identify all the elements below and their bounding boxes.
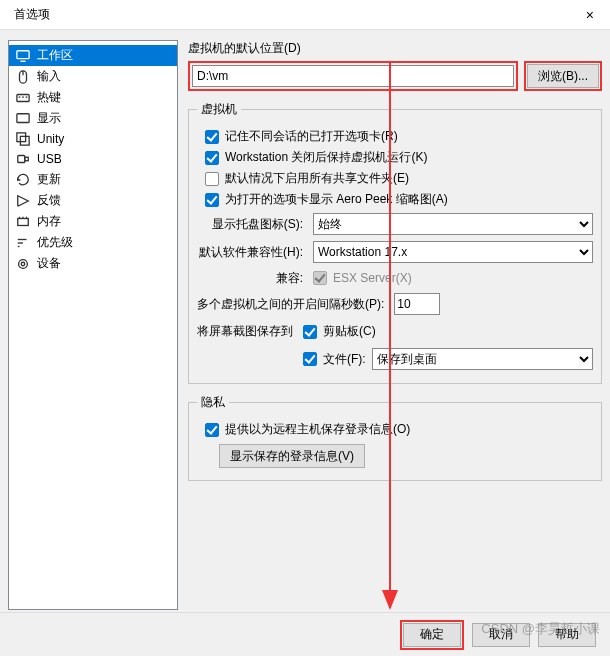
svg-rect-4 [17,94,29,101]
compat-select[interactable]: Workstation 17.x [313,241,593,263]
svg-rect-12 [25,157,29,161]
save-login-label: 提供以为远程主机保存登录信息(O) [225,421,410,438]
tray-select[interactable]: 始终 [313,213,593,235]
delay-spinner[interactable] [394,293,440,315]
sidebar-item-label: 反馈 [37,192,61,209]
svg-point-20 [19,259,28,268]
privacy-legend: 隐私 [197,394,229,411]
sidebar-item-label: 热键 [37,89,61,106]
close-icon[interactable]: × [578,7,602,23]
aero-peek-label: 为打开的选项卡显示 Aero Peek 缩略图(A) [225,191,448,208]
dialog-footer: 确定 取消 帮助 [0,612,610,656]
show-saved-login-button[interactable]: 显示保存的登录信息(V) [219,444,365,468]
svg-point-21 [21,262,25,266]
help-button[interactable]: 帮助 [538,623,596,647]
remember-tabs-checkbox[interactable] [205,130,219,144]
sidebar-item-usb[interactable]: USB [9,149,177,169]
cancel-button[interactable]: 取消 [472,623,530,647]
file-checkbox[interactable] [303,352,317,366]
sidebar-item-unity[interactable]: Unity [9,129,177,149]
sidebar-item-label: 更新 [37,171,61,188]
sidebar-item-label: 输入 [37,68,61,85]
sidebar-item-label: 设备 [37,255,61,272]
sidebar-item-updates[interactable]: 更新 [9,169,177,190]
keep-running-label: Workstation 关闭后保持虚拟机运行(K) [225,149,427,166]
tray-label: 显示托盘图标(S): [197,216,307,233]
sidebar-item-feedback[interactable]: 反馈 [9,190,177,211]
enable-shared-checkbox[interactable] [205,172,219,186]
default-location-section: 虚拟机的默认位置(D) 浏览(B)... [188,40,602,91]
usb-icon [15,151,31,167]
save-login-checkbox[interactable] [205,423,219,437]
clipboard-checkbox[interactable] [303,325,317,339]
sidebar-item-label: 显示 [37,110,61,127]
sidebar-item-label: 优先级 [37,234,73,251]
priority-icon [15,235,31,251]
sidebar-item-display[interactable]: 显示 [9,108,177,129]
screenshot-label: 将屏幕截图保存到 [197,323,297,340]
sidebar-item-label: Unity [37,132,64,146]
sidebar-item-memory[interactable]: 内存 [9,211,177,232]
aero-peek-checkbox[interactable] [205,193,219,207]
monitor-icon [15,48,31,64]
clipboard-label: 剪贴板(C) [323,323,376,340]
ok-highlight: 确定 [400,620,464,650]
browse-highlight: 浏览(B)... [524,61,602,91]
ok-button[interactable]: 确定 [403,623,461,647]
mouse-icon [15,69,31,85]
dialog-body: 工作区 输入 热键 显示 Unity USB 更新 反馈 [0,30,610,610]
privacy-group: 隐私 提供以为远程主机保存登录信息(O) 显示保存的登录信息(V) [188,394,602,481]
feedback-icon [15,193,31,209]
esx-label: ESX Server(X) [333,271,412,285]
file-label: 文件(F): [323,351,366,368]
windows-icon [15,131,31,147]
sidebar: 工作区 输入 热键 显示 Unity USB 更新 反馈 [8,40,178,610]
gear-icon [15,256,31,272]
delay-label: 多个虚拟机之间的开启间隔秒数(P): [197,296,388,313]
compat2-label: 兼容: [197,270,307,287]
svg-rect-0 [17,50,29,58]
enable-shared-label: 默认情况下启用所有共享文件夹(E) [225,170,409,187]
sidebar-item-input[interactable]: 输入 [9,66,177,87]
sidebar-item-label: 内存 [37,213,61,230]
display-icon [15,111,31,127]
sidebar-item-label: USB [37,152,62,166]
default-location-highlight [188,61,518,91]
sidebar-item-label: 工作区 [37,47,73,64]
title-bar: 首选项 × [0,0,610,30]
vm-group-legend: 虚拟机 [197,101,241,118]
svg-rect-8 [17,113,29,122]
svg-rect-10 [20,136,29,145]
svg-rect-11 [18,156,25,163]
refresh-icon [15,172,31,188]
svg-rect-13 [18,218,29,225]
remember-tabs-label: 记住不同会话的已打开选项卡(R) [225,128,398,145]
vm-group: 虚拟机 记住不同会话的已打开选项卡(R) Workstation 关闭后保持虚拟… [188,101,602,384]
main-panel: 虚拟机的默认位置(D) 浏览(B)... 虚拟机 记住不同会话的已打开选项卡(R… [188,40,602,610]
esx-checkbox [313,271,327,285]
sidebar-item-workspace[interactable]: 工作区 [9,45,177,66]
window-title: 首选项 [8,6,50,23]
browse-button[interactable]: 浏览(B)... [527,64,599,88]
default-location-input[interactable] [192,65,514,87]
keep-running-checkbox[interactable] [205,151,219,165]
keyboard-icon [15,90,31,106]
file-dest-select[interactable]: 保存到桌面 [372,348,593,370]
sidebar-item-hotkeys[interactable]: 热键 [9,87,177,108]
svg-rect-9 [17,133,26,142]
default-location-label: 虚拟机的默认位置(D) [188,40,602,57]
memory-icon [15,214,31,230]
sidebar-item-priority[interactable]: 优先级 [9,232,177,253]
sidebar-item-devices[interactable]: 设备 [9,253,177,274]
compat-label: 默认软件兼容性(H): [197,244,307,261]
